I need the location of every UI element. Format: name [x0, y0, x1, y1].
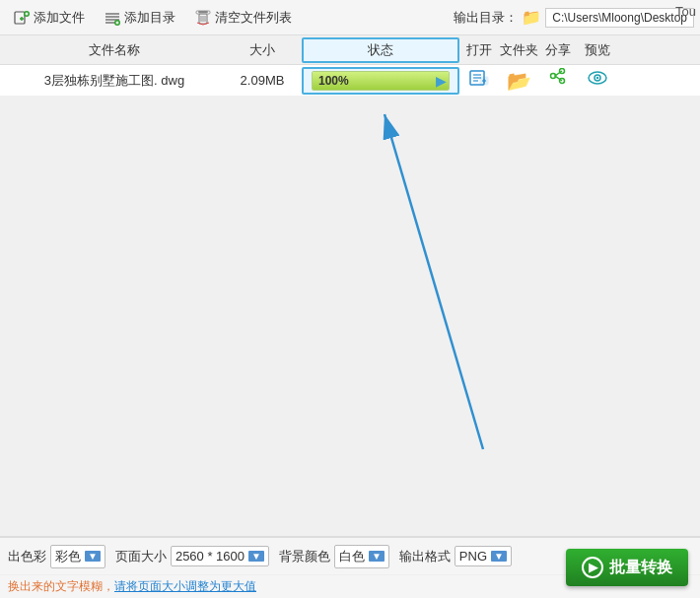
toolbar: 添加文件 添加目录 [0, 0, 700, 35]
file-size: 2.09MB [223, 73, 302, 88]
open-folder-icon[interactable]: 📂 [507, 70, 531, 92]
clear-list-label: 清空文件列表 [215, 9, 292, 27]
table-header: 文件名称 大小 状态 打开 文件夹 分享 预览 [0, 35, 700, 65]
output-format-label: 输出格式 [399, 548, 451, 565]
output-format-dropdown-arrow: ▼ [491, 551, 507, 562]
svg-line-33 [385, 114, 483, 449]
top-right-text: Tou [675, 4, 696, 19]
table-row: 3层独栋别墅施工图. dwg 2.09MB 100% ▶ [0, 65, 700, 97]
progress-text: 100% [318, 74, 349, 88]
add-file-label: 添加文件 [34, 9, 85, 27]
output-format-value: PNG [459, 549, 487, 564]
file-open-action[interactable] [459, 67, 499, 94]
output-format-select[interactable]: PNG ▼ [455, 546, 512, 566]
arrow-annotation [0, 65, 700, 536]
file-name-text: 3层独栋别墅施工图. dwg [44, 73, 184, 88]
output-label-text: 输出目录： [454, 9, 518, 27]
convert-play-icon: ▶ [582, 557, 603, 578]
svg-rect-0 [15, 12, 25, 24]
share-icon[interactable] [548, 72, 568, 92]
col-name-header: 文件名称 [6, 41, 223, 59]
add-dir-button[interactable]: 添加目录 [97, 6, 183, 30]
file-size-text: 2.09MB [241, 73, 285, 88]
col-share-header: 分享 [538, 41, 578, 59]
svg-point-28 [551, 74, 556, 79]
convert-button-label: 批量转换 [609, 558, 672, 578]
warning-prefix: 换出来的文字模糊， [8, 578, 114, 595]
warning-link[interactable]: 请将页面大小调整为更大值 [114, 578, 256, 595]
page-size-dropdown-arrow: ▼ [248, 551, 264, 562]
bg-color-setting: 背景颜色 白色 ▼ [279, 545, 389, 568]
color-label: 出色彩 [8, 548, 46, 565]
output-folder-icon: 📁 [522, 8, 541, 27]
progress-bar-container: 100% ▶ [312, 71, 450, 91]
file-preview-action[interactable] [578, 68, 617, 93]
file-table-area: 3层独栋别墅施工图. dwg 2.09MB 100% ▶ [0, 65, 700, 536]
file-folder-action[interactable]: 📂 [499, 69, 538, 93]
svg-point-31 [596, 77, 598, 79]
col-preview-header: 预览 [578, 41, 617, 59]
page-size-setting: 页面大小 2560 * 1600 ▼ [115, 546, 269, 566]
add-file-icon [14, 10, 30, 26]
page-size-value: 2560 * 1600 [175, 549, 245, 564]
page-size-select[interactable]: 2560 * 1600 ▼ [171, 546, 269, 566]
add-file-button[interactable]: 添加文件 [6, 6, 93, 30]
bg-color-select[interactable]: 白色 ▼ [334, 545, 389, 568]
convert-button[interactable]: ▶ 批量转换 [566, 549, 688, 586]
page-size-label: 页面大小 [115, 548, 167, 565]
open-file-icon[interactable] [468, 73, 490, 93]
progress-bar-fill: 100% [313, 72, 449, 90]
col-status-header: 状态 [302, 37, 459, 63]
add-dir-icon [105, 10, 120, 26]
clear-list-icon [195, 10, 211, 26]
file-status: 100% ▶ [302, 67, 459, 95]
file-share-action[interactable] [538, 68, 578, 93]
output-path[interactable]: C:\Users\Mloong\Desktop [545, 8, 694, 28]
preview-icon[interactable] [588, 72, 607, 92]
col-folder-header: 文件夹 [499, 41, 538, 59]
file-list: 3层独栋别墅施工图. dwg 2.09MB 100% ▶ [0, 65, 700, 97]
color-select[interactable]: 彩色 ▼ [50, 545, 105, 568]
file-name: 3层独栋别墅施工图. dwg [6, 72, 223, 90]
clear-list-button[interactable]: 清空文件列表 [187, 6, 300, 30]
progress-arrow-icon: ▶ [436, 73, 447, 89]
color-dropdown-arrow: ▼ [85, 551, 101, 562]
output-label: 输出目录： 📁 C:\Users\Mloong\Desktop [454, 8, 694, 28]
bg-color-label: 背景颜色 [279, 548, 330, 565]
bg-color-dropdown-arrow: ▼ [369, 551, 385, 562]
output-format-setting: 输出格式 PNG ▼ [399, 546, 512, 566]
color-value: 彩色 [55, 548, 81, 565]
col-size-header: 大小 [223, 41, 302, 59]
col-open-header: 打开 [459, 41, 499, 59]
color-setting: 出色彩 彩色 ▼ [8, 545, 105, 568]
add-dir-label: 添加目录 [124, 9, 175, 27]
bg-color-value: 白色 [339, 548, 365, 565]
content-area: 文件名称 大小 状态 打开 文件夹 分享 预览 3层独栋别墅施工图. dwg 2… [0, 35, 700, 536]
